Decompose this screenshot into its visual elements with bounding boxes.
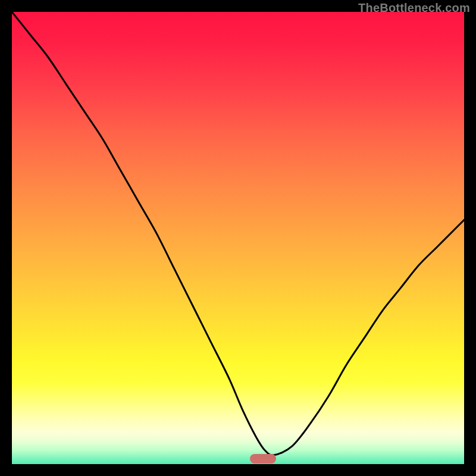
bottleneck-curve bbox=[12, 12, 464, 464]
plot-area bbox=[12, 12, 464, 464]
watermark-label: TheBottleneck.com bbox=[358, 1, 470, 15]
chart-frame: TheBottleneck.com bbox=[0, 0, 476, 476]
optimal-point-marker bbox=[250, 454, 276, 464]
